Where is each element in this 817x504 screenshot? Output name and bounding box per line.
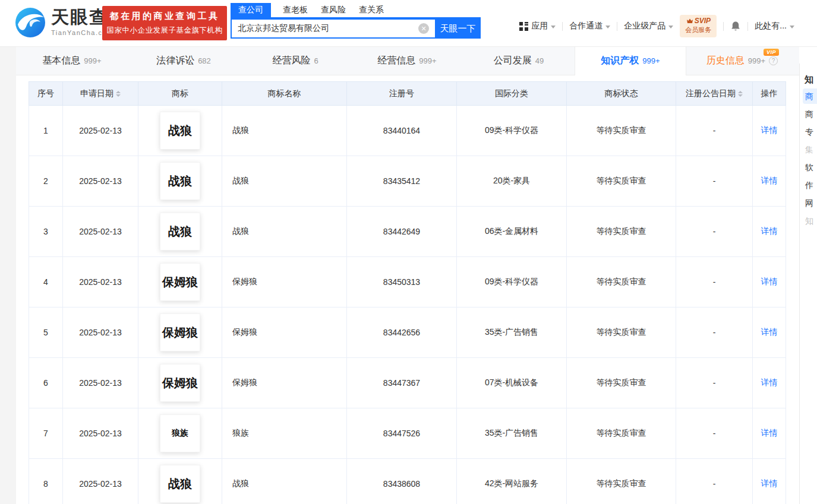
column-label: 序号 [37,88,54,98]
nav-item-enterprise[interactable]: 企业级产品 [624,21,673,31]
tab-label: 公司发展 [494,55,532,67]
table-row: 72025-02-13狼族狼族8344752635类-广告销售等待实质审查-详情 [29,408,786,459]
anchor-item-0[interactable]: 商 [803,88,817,104]
trademark-image[interactable]: 保姆狼 [160,263,200,301]
divider [562,22,563,31]
trademark-image[interactable]: 保姆狼 [160,364,200,402]
nav-more-label: 此处有... [755,21,787,31]
column-label: 申请日期 [80,88,113,98]
sort-icon[interactable] [116,91,121,97]
search-tab-3[interactable]: 查关系 [358,3,385,17]
cell-apply-date: 2025-02-13 [63,408,138,459]
trademark-image[interactable]: 战狼 [160,162,200,200]
cell-registration-number: 83440164 [347,106,457,156]
detail-link[interactable]: 详情 [761,327,778,337]
trademark-image[interactable]: 狼族 [160,414,200,452]
search-tab-0[interactable]: 查公司 [231,3,271,17]
tianyancha-logo[interactable]: 天眼查 TianYanCha.com [14,7,113,39]
search-tab-2[interactable]: 查风险 [320,3,347,17]
sort-icon[interactable] [738,91,743,97]
trademark-image[interactable]: 战狼 [160,112,200,150]
detail-link[interactable]: 详情 [761,277,778,286]
tab-label: 基本信息 [42,55,80,67]
tab-count: 6 [314,56,318,65]
table-row: 52025-02-13保姆狼保姆狼8344265635类-广告销售等待实质审查-… [29,308,786,358]
table-header-row: 序号申请日期商标商标名称注册号国际分类商标状态注册公告日期操作 [29,82,786,106]
anchor-sidebar: 知 商商专集软作网知 [799,47,817,504]
cell-publish-date: - [676,207,753,257]
cell-intl-class: 07类-机械设备 [457,358,567,408]
anchor-item-5[interactable]: 作 [803,177,817,193]
column-header-商标: 商标 [138,82,222,106]
column-label: 商标 [172,88,188,98]
cell-action: 详情 [753,106,786,156]
notification-bell-icon[interactable] [730,21,741,32]
trademark-image[interactable]: 战狼 [160,465,200,503]
nav-item-more[interactable]: 此处有... [755,21,794,31]
cell-serial: 4 [29,257,63,308]
cell-action: 详情 [753,408,786,459]
cell-trademark-name: 战狼 [222,156,347,207]
cell-trademark-name: 保姆狼 [222,358,347,408]
tab-label: 知识产权 [601,55,639,67]
trademark-image[interactable]: 战狼 [160,213,200,251]
nav-item-apps[interactable]: 应用 [519,21,556,31]
detail-link[interactable]: 详情 [761,428,778,438]
search-tab-1[interactable]: 查老板 [282,3,309,17]
detail-link[interactable]: 详情 [761,378,778,387]
cell-trademark-image: 战狼 [138,207,222,257]
detail-link[interactable]: 详情 [761,125,778,135]
cell-trademark-name: 保姆狼 [222,308,347,358]
cell-registration-number: 83442649 [347,207,457,257]
detail-link[interactable]: 详情 [761,226,778,236]
svip-member-badge[interactable]: SVIP 会员服务 [680,15,717,37]
cell-trademark-name: 战狼 [222,459,347,504]
trademark-table: 序号申请日期商标商标名称注册号国际分类商标状态注册公告日期操作 12025-02… [29,81,786,504]
tianyancha-logo-icon [14,7,46,39]
search-input[interactable] [231,18,435,39]
question-icon[interactable]: ? [769,56,778,65]
tab-count: 999+ [642,56,660,65]
cell-status: 等待实质审查 [567,106,676,156]
cell-apply-date: 2025-02-13 [63,207,138,257]
cell-registration-number: 83450313 [347,257,457,308]
search-button[interactable]: 天眼一下 [435,18,481,39]
tab-经营风险[interactable]: 经营风险6 [239,47,351,75]
top-header: 天眼查 TianYanCha.com 都在用的商业查询工具 国家中小企业发展子基… [0,0,817,47]
detail-link[interactable]: 详情 [761,176,778,185]
nav-apps-label: 应用 [531,21,548,31]
nav-enterprise-label: 企业级产品 [624,21,665,31]
tab-基本信息[interactable]: 基本信息999+ [16,47,128,75]
column-header-商标名称: 商标名称 [222,82,347,106]
cell-intl-class: 20类-家具 [457,156,567,207]
cell-action: 详情 [753,358,786,408]
anchor-item-1[interactable]: 商 [803,106,817,122]
cell-apply-date: 2025-02-13 [63,358,138,408]
cell-serial: 6 [29,358,63,408]
anchor-title: 知 [805,74,813,85]
anchor-item-6[interactable]: 网 [803,195,817,211]
tab-label: 经营信息 [377,55,415,67]
cell-apply-date: 2025-02-13 [63,459,138,504]
anchor-item-7[interactable]: 知 [803,213,817,229]
tab-法律诉讼[interactable]: 法律诉讼682 [128,47,239,75]
cell-trademark-image: 保姆狼 [138,308,222,358]
anchor-item-4[interactable]: 软 [803,160,817,175]
cell-serial: 5 [29,308,63,358]
trademark-image[interactable]: 保姆狼 [160,313,200,351]
anchor-item-2[interactable]: 专 [803,124,817,140]
tab-count: 999+ [419,56,436,65]
grid-icon [519,22,528,31]
table-row: 82025-02-13战狼战狼8343860842类-网站服务等待实质审查-详情 [29,459,786,504]
tab-历史信息[interactable]: 历史信息999+VIP? [686,47,798,75]
cell-trademark-image: 战狼 [138,156,222,207]
anchor-item-3[interactable]: 集 [803,142,817,157]
cell-trademark-name: 战狼 [222,207,347,257]
nav-item-cooperation[interactable]: 合作通道 [569,21,610,31]
divider [617,22,617,31]
clear-icon[interactable]: ✕ [418,23,429,34]
detail-link[interactable]: 详情 [761,478,778,488]
tab-公司发展[interactable]: 公司发展49 [463,47,575,75]
tab-经营信息[interactable]: 经营信息999+ [351,47,463,75]
tab-知识产权[interactable]: 知识产权999+ [575,47,686,75]
